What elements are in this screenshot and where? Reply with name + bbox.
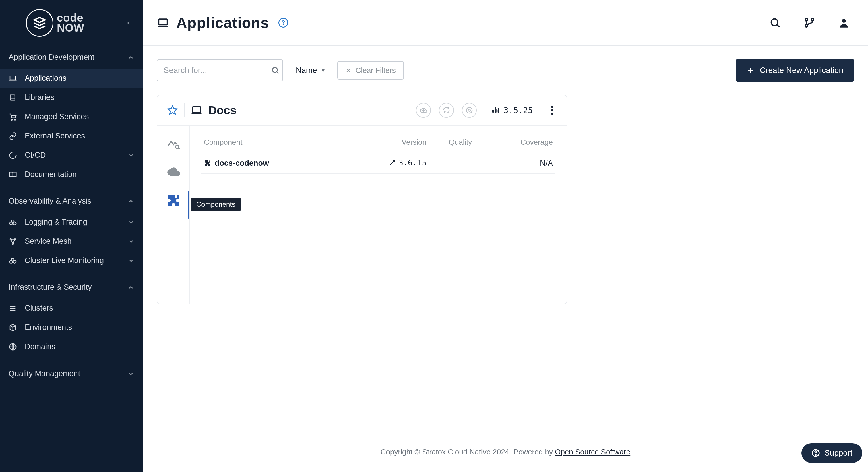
support-button[interactable]: Support: [801, 443, 862, 463]
sidebar-collapse-button[interactable]: [123, 17, 134, 29]
svg-point-24: [551, 106, 553, 108]
svg-point-16: [842, 19, 846, 23]
svg-point-14: [811, 19, 814, 21]
card-menu-button[interactable]: [547, 103, 557, 118]
svg-point-17: [272, 67, 278, 72]
main-content: Applications ? Name ▾: [143, 0, 868, 472]
sidebar-item-environments[interactable]: Environments: [0, 318, 143, 337]
rail-components-button[interactable]: [165, 192, 182, 209]
component-version-cell: 3.6.15: [389, 158, 427, 167]
components-table: Component Version Quality Coverage: [202, 135, 555, 174]
sidebar-item-managed-services[interactable]: Managed Services: [0, 107, 143, 126]
svg-rect-18: [193, 107, 200, 112]
sidebar-item-libraries[interactable]: Libraries: [0, 88, 143, 107]
link-icon: [9, 132, 17, 140]
topbar: Applications ?: [143, 0, 868, 46]
sort-select[interactable]: Name ▾: [296, 66, 324, 75]
book-open-icon: [9, 170, 17, 179]
search-box[interactable]: [157, 59, 283, 81]
svg-point-4: [13, 222, 16, 225]
sidebar-item-label: Cluster Live Monitoring: [25, 256, 104, 265]
laptop-icon: [157, 17, 169, 29]
sidebar-item-label: Clusters: [25, 304, 53, 313]
card-title[interactable]: Docs: [208, 104, 237, 117]
footer: Copyright © Stratox Cloud Native 2024. P…: [143, 440, 868, 472]
nav-section-quality-mgmt[interactable]: Quality Management: [0, 362, 143, 385]
table-row[interactable]: docs-codenow 3.6.15: [202, 153, 555, 174]
chevron-down-icon: [128, 258, 134, 264]
sidebar-item-label: CI/CD: [25, 151, 46, 159]
list-icon: [9, 304, 17, 313]
divider: [184, 103, 185, 117]
puzzle-icon: [204, 159, 211, 167]
col-component: Component: [202, 135, 371, 153]
sidebar-header: code NOW: [0, 0, 143, 46]
svg-point-15: [805, 24, 808, 27]
status-cloud-icon[interactable]: [416, 103, 431, 118]
chevron-down-icon: ▾: [322, 67, 324, 74]
footer-oss-link[interactable]: Open Source Software: [555, 448, 630, 456]
sidebar-item-label: Documentation: [25, 170, 77, 179]
nav-section-label: Application Development: [9, 53, 94, 62]
rail-cloud-button[interactable]: [165, 163, 182, 180]
svg-point-13: [805, 19, 808, 21]
svg-point-1: [11, 119, 12, 120]
sidebar-item-label: Domains: [25, 342, 55, 351]
svg-point-8: [10, 260, 12, 263]
nav-section-label: Quality Management: [9, 369, 80, 378]
chevron-up-icon: [127, 198, 134, 205]
sidebar-item-label: Service Mesh: [25, 237, 72, 246]
svg-point-26: [551, 113, 553, 115]
card-body: Components Component Version Quality Cov…: [157, 126, 567, 304]
topbar-branch-button[interactable]: [799, 12, 820, 33]
svg-point-19: [466, 107, 472, 113]
star-icon[interactable]: [166, 104, 179, 116]
binoculars-icon: [9, 218, 17, 227]
sidebar-item-documentation[interactable]: Documentation: [0, 165, 143, 184]
chevron-down-icon: [128, 238, 134, 245]
clear-filters-button[interactable]: Clear Filters: [337, 61, 404, 80]
svg-point-29: [815, 454, 816, 455]
sidebar-item-cicd[interactable]: CI/CD: [0, 146, 143, 165]
brand-logo[interactable]: code NOW: [26, 9, 84, 37]
plus-icon: [747, 66, 755, 75]
svg-point-2: [14, 119, 16, 120]
create-application-button[interactable]: Create New Application: [736, 59, 854, 82]
rail-activity-button[interactable]: [165, 135, 182, 152]
sidebar-item-clusters[interactable]: Clusters: [0, 299, 143, 318]
svg-rect-23: [498, 110, 499, 113]
svg-point-20: [468, 109, 470, 111]
sidebar-item-external-services[interactable]: External Services: [0, 126, 143, 146]
topbar-user-button[interactable]: [834, 12, 854, 33]
svg-rect-21: [492, 110, 494, 113]
sidebar-item-service-mesh[interactable]: Service Mesh: [0, 232, 143, 251]
card-header: Docs 3.5.25: [157, 95, 567, 126]
card-version-value: 3.5.25: [504, 106, 533, 115]
page-title-wrap: Applications ?: [157, 14, 288, 31]
nav-section-observability[interactable]: Observability & Analysis: [0, 190, 143, 212]
status-runtime-icon[interactable]: [462, 103, 477, 118]
status-arrows-icon[interactable]: [439, 103, 454, 118]
search-input[interactable]: [164, 66, 267, 75]
sidebar-item-cluster-monitoring[interactable]: Cluster Live Monitoring: [0, 251, 143, 270]
nav-section-infra-security[interactable]: Infrastructure & Security: [0, 276, 143, 299]
rail-tooltip-label: Components: [196, 200, 236, 208]
svg-point-6: [14, 239, 16, 240]
sidebar-item-applications[interactable]: Applications: [0, 69, 143, 88]
close-icon: [345, 67, 352, 73]
sidebar-item-domains[interactable]: Domains: [0, 337, 143, 356]
content-area: Docs 3.5.25: [143, 95, 868, 440]
col-coverage: Coverage: [492, 135, 555, 153]
svg-point-5: [10, 239, 11, 240]
binoculars-icon: [9, 256, 17, 265]
nav-section-app-dev[interactable]: Application Development: [0, 46, 143, 69]
help-icon[interactable]: ?: [278, 18, 288, 28]
sidebar: code NOW Application Development Applica…: [0, 0, 143, 472]
topbar-search-button[interactable]: [765, 12, 785, 33]
rail-tooltip: Components: [191, 198, 241, 211]
laptop-icon: [9, 74, 17, 83]
rail-active-indicator: [188, 191, 189, 219]
application-card: Docs 3.5.25: [157, 95, 567, 304]
chevron-up-icon: [127, 54, 134, 61]
sidebar-item-logging-tracing[interactable]: Logging & Tracing: [0, 212, 143, 232]
